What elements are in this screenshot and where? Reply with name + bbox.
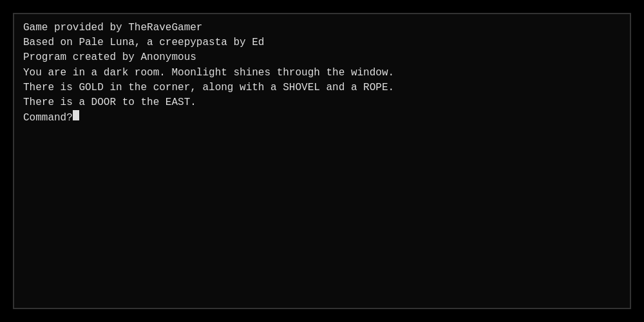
command-prompt: Command? [23, 111, 73, 126]
command-prompt-line: Command? [23, 110, 621, 126]
line-3: Program created by Anonymous [23, 50, 621, 65]
line-6: There is a DOOR to the EAST. [23, 95, 621, 110]
cursor-icon [73, 110, 79, 120]
line-4: You are in a dark room. Moonlight shines… [23, 66, 621, 80]
terminal-window[interactable]: Game provided by TheRaveGamer Based on P… [13, 13, 631, 309]
line-2: Based on Pale Luna, a creepypasta by Ed [23, 35, 621, 50]
line-1: Game provided by TheRaveGamer [23, 21, 621, 35]
line-5: There is GOLD in the corner, along with … [23, 80, 621, 95]
